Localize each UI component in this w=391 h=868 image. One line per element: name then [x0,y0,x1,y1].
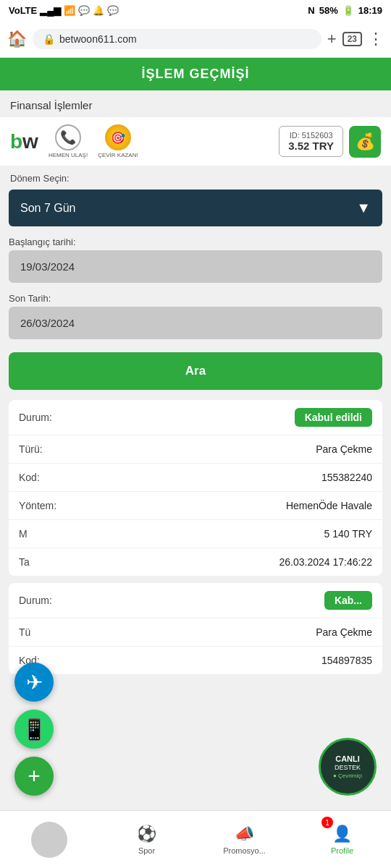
account-balance: 3.52 TRY [288,140,334,152]
end-date-input[interactable]: 26/03/2024 [9,307,382,339]
bottom-nav: ⚽ Spor 📣 Promosyo... 👤 Profile 1 [0,810,391,868]
messenger-icon: 💬 [78,5,90,16]
account-id: ID: 5152603 [288,131,334,140]
promosyon-icon: 📣 [235,825,254,843]
tur-value-1: Para Çekme [316,443,372,455]
end-date-section: Son Tarih: 26/03/2024 [0,286,391,342]
status-badge-2: Kab... [324,591,372,610]
date-row-1: Ta 26.03.2024 17:46:22 [9,548,382,576]
spin-icon: 🎯 [105,124,131,150]
nfc-icon: N [308,5,314,16]
cevir-kazan-label: ÇEVİR KAZAN! [98,152,138,158]
wifi-icon: 📶 [64,5,75,16]
add-icon: 💰 [356,132,375,151]
durum-label-2: Durum: [19,595,52,606]
status-row-1: Durum: Kabul edildi [9,400,382,435]
whatsapp-icon: 📱 [22,718,47,741]
status-right: N 58% 🔋 18:19 [308,5,382,16]
chevron-down-icon: ▼ [356,200,371,216]
status-badge-1: Kabul edildi [295,408,372,427]
content-area: Finansal İşlemler bw 📞 HEMEN ULAŞ! 🎯 ÇEV… [0,90,391,746]
period-dropdown[interactable]: Son 7 Gün ▼ [9,190,382,226]
start-date-label: Başlangıç tarihi: [9,237,382,247]
type-row-2: Tü Para Çekme [9,618,382,647]
yontem-label-1: Yöntem: [19,500,56,511]
whatsapp-status-icon: 💬 [107,5,119,16]
canli-destek-button[interactable]: CANLI DESTEK ● Çevrimiçi [319,738,377,796]
telegram-button[interactable]: ✈ [14,663,54,702]
add-button[interactable]: + [14,757,54,796]
nav-item-promosyon[interactable]: 📣 Promosyo... [196,811,293,868]
tur-label-2: Tü [19,626,30,638]
id-box: ID: 5152603 3.52 TRY [279,126,343,157]
status-row-2: Durum: Kab... [9,583,382,618]
code-row-2: Kod: 154897835 [9,647,382,674]
logo-bar: bw 📞 HEMEN ULAŞ! 🎯 ÇEVİR KAZAN! ID: 5152… [0,117,391,166]
tarih-value-1: 26.03.2024 17:46:22 [279,556,372,568]
kod-value-1: 155382240 [321,472,372,483]
time: 18:19 [358,5,382,16]
miktar-label-1: M [19,528,28,540]
browser-menu-button[interactable]: ⋮ [368,30,384,48]
status-left: VoLTE ▂▄▆ 📶 💬 🔔 💬 [9,5,119,16]
start-date-input[interactable]: 19/03/2024 [9,250,382,283]
telegram-icon: ✈ [26,671,43,694]
code-row-1: Kod: 155382240 [9,464,382,492]
hemen-ulas-button[interactable]: 📞 HEMEN ULAŞ! [49,124,88,158]
tur-label-1: Türü: [19,443,43,455]
period-selected-value: Son 7 Gün [20,202,76,215]
finansal-label: Finansal İşlemler [0,90,391,117]
kod-label-1: Kod: [19,472,40,483]
new-tab-button[interactable]: + [327,30,337,48]
cevrimici-label: ● Çevrimiçi [333,773,362,780]
bw-logo: bw [10,130,38,153]
transaction-card-1: Durum: Kabul edildi Türü: Para Çekme Kod… [9,400,382,576]
spor-icon: ⚽ [137,825,156,843]
end-date-label: Son Tarih: [9,293,382,304]
tab-count[interactable]: 23 [342,32,362,46]
page-title: İŞLEM GEÇMİŞİ [141,67,249,81]
page-header: İŞLEM GEÇMİŞİ [0,58,391,90]
status-bar: VoLTE ▂▄▆ 📶 💬 🔔 💬 N 58% 🔋 18:19 [0,0,391,20]
add-balance-button[interactable]: 💰 [349,126,381,158]
battery-icon: 🔋 [342,5,354,16]
tur-value-2: Para Çekme [316,626,372,638]
method-row-1: Yöntem: HemenÖde Havale [9,492,382,520]
nav-item-spor[interactable]: ⚽ Spor [98,811,196,868]
start-date-section: Başlangıç tarihi: 19/03/2024 [0,229,391,286]
amount-row-1: M 5 140 TRY [9,520,382,548]
destek-label: DESTEK [335,764,361,773]
nav-item-profile[interactable]: 👤 Profile 1 [293,811,391,868]
profile-badge: 1 [321,817,333,828]
id-balance-section: ID: 5152603 3.52 TRY 💰 [279,126,381,158]
volte-indicator: VoLTE [9,5,37,16]
search-button[interactable]: Ara [9,352,382,390]
whatsapp-button[interactable]: 📱 [14,710,54,749]
miktar-value-1: 5 140 TRY [324,528,372,540]
home-icon[interactable]: 🏠 [7,30,27,48]
cevir-kazan-button[interactable]: 🎯 ÇEVİR KAZAN! [98,124,138,158]
battery-percent: 58% [319,5,338,16]
durum-label-1: Durum: [19,412,52,423]
canli-label: CANLI [335,754,360,764]
promosyon-label: Promosyo... [223,846,266,855]
type-row-1: Türü: Para Çekme [9,435,382,464]
profile-icon: 👤 [332,825,352,843]
spor-label: Spor [138,846,155,855]
notification-icon: 🔔 [93,5,104,16]
phone-icon: 📞 [55,124,81,150]
nav-item-slots[interactable] [0,811,98,868]
period-label: Dönem Seçin: [0,166,391,187]
transaction-card-2: Durum: Kab... Tü Para Çekme Kod: 1548978… [9,583,382,674]
slots-icon [31,822,67,858]
hemen-ulas-label: HEMEN ULAŞ! [49,152,88,158]
browser-bar: 🏠 🔒 betwoon611.com + 23 ⋮ [0,20,391,58]
url-text: betwoon611.com [59,33,137,45]
address-bar[interactable]: 🔒 betwoon611.com [33,29,321,49]
profile-label: Profile [331,846,353,855]
yontem-value-1: HemenÖde Havale [286,500,372,511]
logo-bar-left: bw 📞 HEMEN ULAŞ! 🎯 ÇEVİR KAZAN! [10,124,138,158]
signal-icon: ▂▄▆ [40,5,61,16]
kod-value-2: 154897835 [321,655,372,666]
plus-icon: + [28,764,41,788]
